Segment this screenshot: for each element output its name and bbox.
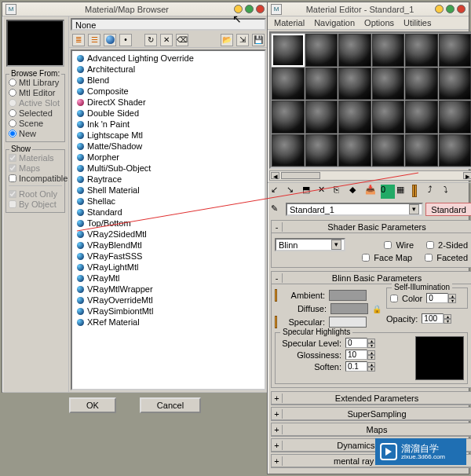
material-list-item[interactable]: Composite (72, 86, 265, 97)
minimize-icon[interactable] (435, 5, 444, 13)
material-list-item[interactable]: Ink 'n Paint (72, 119, 265, 130)
pick-material-icon[interactable]: ✎ (271, 203, 283, 216)
rollout-header[interactable]: +SuperSampling (272, 408, 471, 420)
self-illum-color-checkbox[interactable] (390, 295, 398, 302)
put-to-library-icon[interactable]: 📥 (365, 185, 379, 199)
sample-slot[interactable] (338, 34, 371, 67)
sample-slot[interactable] (272, 101, 305, 134)
soften-spinner[interactable]: ▴▾ (345, 361, 375, 372)
material-list-item[interactable]: Multi/Sub-Object (72, 163, 265, 174)
glossiness-map-button[interactable] (379, 350, 388, 359)
opacity-map-button[interactable] (455, 314, 464, 323)
merge-icon[interactable]: ⇲ (236, 34, 249, 46)
sample-slots[interactable] (269, 31, 471, 169)
material-list-item[interactable]: Architectural (72, 64, 265, 75)
slots-scrollbar-h[interactable]: ◂▸ (269, 170, 471, 181)
sample-slot[interactable] (405, 34, 438, 67)
rollout-header[interactable]: +Extended Parameters (272, 392, 471, 405)
ok-button[interactable]: OK (69, 397, 116, 413)
material-list-item[interactable]: VRay2SidedMtl (72, 229, 265, 240)
self-illum-map-button[interactable] (460, 294, 464, 302)
minimize-icon[interactable] (234, 5, 243, 13)
editor-menubar[interactable]: MaterialNavigationOptionsUtilities (268, 16, 469, 30)
sample-slot[interactable] (372, 34, 405, 67)
menu-item[interactable]: Material (274, 18, 305, 27)
sample-slot[interactable] (439, 68, 472, 101)
material-list-item[interactable]: Blend (72, 75, 265, 86)
sample-slot[interactable] (272, 68, 305, 101)
material-list-item[interactable]: Advanced Lighting Override (72, 53, 265, 64)
sample-slot[interactable] (305, 134, 338, 167)
material-list-item[interactable]: VRayOverrideMtl (72, 295, 265, 306)
material-list-item[interactable]: VRayFastSSS (72, 251, 265, 262)
material-type-button[interactable]: Standard (425, 203, 471, 216)
sample-slot[interactable] (439, 134, 472, 167)
sample-slot[interactable] (338, 68, 371, 101)
diffuse-swatch[interactable] (330, 303, 368, 314)
expand-icon[interactable]: + (272, 425, 283, 434)
lock-bar-icon[interactable] (275, 289, 277, 302)
expand-icon[interactable]: + (272, 409, 283, 419)
material-list-item[interactable]: VRayMtl (72, 273, 265, 284)
expand-icon[interactable]: + (272, 456, 283, 466)
specular-level-spinner[interactable]: ▴▾ (345, 338, 375, 348)
material-list-item[interactable]: Morpher (72, 152, 265, 163)
shader-type-dropdown[interactable]: Blinn ▾ (275, 238, 345, 251)
chevron-down-icon[interactable]: ▾ (331, 240, 341, 250)
spec-level-map-button[interactable] (379, 339, 388, 347)
glossiness-spinner[interactable]: ▴▾ (345, 350, 375, 360)
menu-item[interactable]: Navigation (314, 18, 355, 27)
material-id-icon[interactable]: 0 (381, 185, 395, 199)
sample-slot[interactable] (372, 134, 405, 167)
material-list-item[interactable]: Shellac (72, 196, 265, 207)
ambient-swatch[interactable] (329, 290, 367, 301)
material-list-item[interactable]: Lightscape Mtl (72, 130, 265, 141)
sample-slot[interactable] (338, 101, 371, 134)
sample-slot[interactable] (272, 134, 305, 167)
close-icon[interactable] (457, 5, 466, 13)
material-list-item[interactable]: VRaySimbiontMtl (72, 306, 265, 317)
material-list-item[interactable]: DirectX Shader (72, 97, 265, 108)
chevron-down-icon[interactable]: ▾ (409, 204, 419, 214)
sample-slot[interactable] (338, 134, 371, 167)
collapse-icon[interactable]: - (272, 222, 283, 232)
two-sided-checkbox[interactable] (426, 241, 434, 249)
go-to-parent-icon[interactable]: ⤴ (428, 185, 442, 199)
show-in-viewport-icon[interactable]: ▦ (396, 185, 411, 199)
cancel-button[interactable]: Cancel (140, 397, 201, 413)
editor-titlebar[interactable]: M Material Editor - Standard_1 (268, 2, 469, 16)
collapse-icon[interactable]: - (272, 273, 283, 283)
expand-icon[interactable]: + (272, 441, 283, 450)
open-icon[interactable]: 📂 (221, 34, 233, 46)
sample-slot[interactable] (305, 34, 338, 67)
clear-icon[interactable]: ⌫ (176, 34, 188, 46)
material-list-item[interactable]: Raytrace (72, 174, 265, 185)
view-list-compact-icon[interactable]: ☰ (88, 34, 100, 46)
sample-slot[interactable] (439, 34, 472, 67)
sample-slot[interactable] (372, 68, 405, 101)
material-list-item[interactable]: VRayLightMtl (72, 262, 265, 273)
material-name-dropdown[interactable]: Standard_1 ▾ (286, 203, 423, 216)
close-icon[interactable] (256, 5, 265, 13)
browse-from-option[interactable]: Mtl Editor (9, 88, 62, 97)
rollout-header[interactable]: - Shader Basic Parameters (272, 221, 471, 233)
material-list-item[interactable]: Top/Bottom (72, 218, 265, 229)
sample-slot[interactable] (305, 101, 338, 134)
ambient-map-button[interactable] (371, 291, 380, 300)
specular-swatch[interactable] (329, 317, 367, 328)
update-icon[interactable]: ↻ (144, 34, 157, 46)
menu-item[interactable]: Utilities (403, 18, 431, 27)
view-dot-icon[interactable]: • (119, 34, 132, 46)
material-list[interactable]: Advanced Lighting OverrideArchitecturalB… (71, 49, 266, 390)
maximize-icon[interactable] (446, 5, 455, 13)
material-list-item[interactable]: Shell Material (72, 185, 265, 196)
self-illum-spinner[interactable]: ▴▾ (426, 293, 456, 303)
face-map-checkbox[interactable] (362, 254, 370, 262)
sample-slot[interactable] (405, 134, 438, 167)
lock-icon[interactable]: 🔒 (372, 305, 382, 313)
get-material-icon[interactable]: ↙ (271, 185, 285, 199)
view-sphere-icon[interactable] (104, 34, 116, 46)
go-forward-icon[interactable]: ⤵ (444, 185, 458, 199)
rollout-header[interactable]: +Maps (272, 423, 471, 436)
lock-bar-icon[interactable] (275, 316, 277, 328)
